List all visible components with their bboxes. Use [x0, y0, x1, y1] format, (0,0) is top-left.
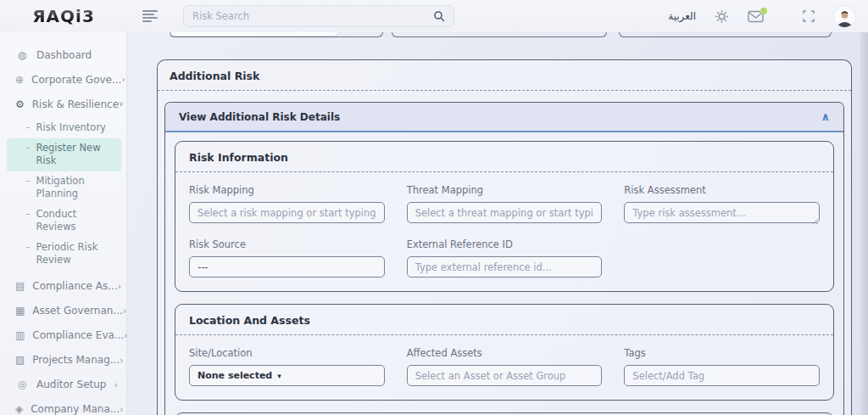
submenu-item-risk-inventory[interactable]: – Risk Inventory: [0, 118, 126, 138]
main-content: Additional Risk View Additional Risk Det…: [127, 32, 868, 415]
affected-assets-label: Affected Assets: [407, 347, 603, 359]
submenu-item-periodic-risk-review[interactable]: – Periodic Risk Review: [0, 238, 126, 271]
site-location-label: Site/Location: [189, 347, 385, 359]
risk-assessment-label: Risk Assessment: [624, 184, 820, 196]
sidebar-label: Dashboard: [36, 49, 92, 61]
chevron-right-icon: ›: [120, 355, 123, 366]
sidebar-item-corporate-governance[interactable]: ⊕ Corporate Gove... ›: [0, 67, 126, 92]
chevron-right-icon: ›: [120, 404, 123, 415]
chevron-right-icon: ›: [118, 281, 121, 292]
sidebar-label: Corporate Gove...: [31, 74, 121, 86]
additional-risk-accordion: View Additional Risk Details ∧ Risk Info…: [164, 102, 844, 415]
company-management-icon: ◈: [15, 403, 23, 415]
sidebar-label: Asset Governan...: [32, 305, 122, 317]
sidebar-item-company-management[interactable]: ◈ Company Mana... ›: [0, 397, 126, 415]
risk-search: [183, 5, 454, 27]
sidebar-label: Company Mana...: [31, 403, 120, 415]
accordion-header[interactable]: View Additional Risk Details ∧: [165, 103, 843, 132]
search-input[interactable]: [192, 10, 433, 22]
site-location-select[interactable]: None selected ▾: [189, 365, 385, 386]
risk-assessment-field: Risk Assessment: [624, 184, 820, 227]
threat-mapping-label: Threat Mapping: [407, 184, 603, 196]
affected-assets-field: Affected Assets: [407, 347, 603, 386]
risk-mapping-input[interactable]: [189, 202, 385, 223]
accordion-title: View Additional Risk Details: [179, 111, 340, 123]
sidebar-item-compliance-evaluation[interactable]: ▥ Compliance Eva... ›: [0, 323, 126, 348]
app-root: ЯAQi3 العربية: [0, 0, 868, 415]
risk-assessment-textarea[interactable]: [624, 202, 820, 223]
search-icon[interactable]: [433, 10, 445, 22]
scrolled-input-remnant: [170, 32, 383, 37]
sidebar-item-compliance-assessment[interactable]: ▤ Compliance As... ›: [0, 274, 126, 299]
corporate-governance-icon: ⊕: [15, 74, 24, 86]
settings-gear-icon[interactable]: [715, 9, 729, 24]
sidebar-label: Compliance Eva...: [32, 329, 124, 341]
messages-icon[interactable]: [748, 10, 764, 23]
bullet-dash: –: [25, 142, 31, 168]
submenu-label: Mitigation Planning: [36, 175, 109, 201]
submenu-item-conduct-reviews[interactable]: – Conduct Reviews: [0, 205, 126, 238]
brand-logo[interactable]: ЯAQi3: [0, 6, 127, 26]
language-switcher[interactable]: العربية: [668, 10, 696, 22]
topbar-actions: العربية: [668, 5, 868, 28]
submenu-item-mitigation-planning[interactable]: – Mitigation Planning: [0, 171, 126, 205]
risk-source-label: Risk Source: [189, 238, 385, 250]
risk-source-field: Risk Source: [189, 238, 385, 278]
location-assets-title: Location And Assets: [175, 305, 833, 334]
caret-down-icon: ▾: [277, 372, 281, 380]
additional-risk-title: Additional Risk: [158, 60, 851, 90]
bullet-dash: –: [25, 121, 31, 135]
menu-toggle-icon[interactable]: [142, 8, 159, 24]
fullscreen-icon[interactable]: [803, 10, 815, 22]
tags-field: Tags: [624, 347, 820, 386]
location-assets-card: Location And Assets Site/Location None s…: [175, 304, 834, 401]
external-reference-input[interactable]: [407, 256, 603, 278]
chevron-right-icon: ›: [124, 330, 127, 341]
external-reference-label: External Reference ID: [407, 238, 603, 250]
risk-resilience-submenu: – Risk Inventory – Register New Risk – M…: [0, 116, 126, 274]
sidebar-item-asset-governance[interactable]: ▦ Asset Governan... ›: [0, 299, 126, 323]
additional-risk-panel: Additional Risk View Additional Risk Det…: [157, 59, 852, 415]
chevron-right-icon: ›: [121, 74, 125, 85]
asset-governance-icon: ▦: [15, 305, 25, 317]
projects-management-icon: ▧: [15, 354, 25, 366]
scrolled-input-remnant: [619, 32, 832, 37]
chevron-right-icon: ›: [123, 306, 126, 317]
tags-input[interactable]: [624, 365, 820, 386]
risk-resilience-icon: ⚙: [15, 98, 25, 110]
sidebar-label: Compliance As...: [32, 280, 117, 292]
auditor-setup-icon: ◎: [15, 379, 29, 390]
scrollbar[interactable]: [860, 32, 868, 415]
threat-mapping-input[interactable]: [407, 202, 603, 223]
compliance-assessment-icon: ▤: [15, 280, 25, 292]
submenu-item-register-new-risk[interactable]: – Register New Risk: [7, 138, 121, 171]
chevron-up-icon[interactable]: ∧: [821, 110, 830, 123]
sidebar-label: Risk & Resilience: [32, 98, 119, 110]
bullet-dash: –: [25, 208, 31, 234]
sidebar-item-projects-management[interactable]: ▧ Projects Manag... ›: [0, 348, 126, 373]
scrolled-input-remnant: [392, 32, 607, 37]
site-location-field: Site/Location None selected ▾: [189, 347, 385, 386]
sidebar-item-dashboard[interactable]: ◍ Dashboard: [0, 42, 126, 67]
sidebar-label: Auditor Setup: [36, 379, 107, 390]
submenu-label: Risk Inventory: [36, 121, 106, 135]
risk-information-card: Risk Information Risk Mapping Threat Map…: [175, 141, 834, 292]
empty-cell: [624, 238, 820, 278]
dashboard-icon: ◍: [15, 49, 29, 61]
threat-mapping-field: Threat Mapping: [407, 184, 603, 227]
risk-mapping-field: Risk Mapping: [189, 184, 385, 227]
sidebar: ◍ Dashboard ⊕ Corporate Gove... › ⚙ Risk…: [0, 32, 127, 415]
submenu-label: Register New Risk: [36, 142, 109, 168]
sidebar-item-auditor-setup[interactable]: ◎ Auditor Setup ›: [0, 373, 126, 397]
site-location-value: None selected: [198, 370, 272, 381]
chevron-down-icon: ∨: [119, 100, 124, 108]
risk-source-input[interactable]: [189, 256, 385, 278]
submenu-label: Conduct Reviews: [36, 208, 109, 234]
topbar: ЯAQi3 العربية: [0, 0, 868, 32]
sidebar-item-risk-resilience[interactable]: ⚙ Risk & Resilience ∨: [0, 92, 126, 116]
user-avatar[interactable]: [833, 5, 856, 28]
affected-assets-input[interactable]: [407, 365, 603, 386]
compliance-evaluation-icon: ▥: [15, 329, 25, 341]
tags-label: Tags: [624, 347, 820, 359]
bullet-dash: –: [25, 175, 31, 201]
